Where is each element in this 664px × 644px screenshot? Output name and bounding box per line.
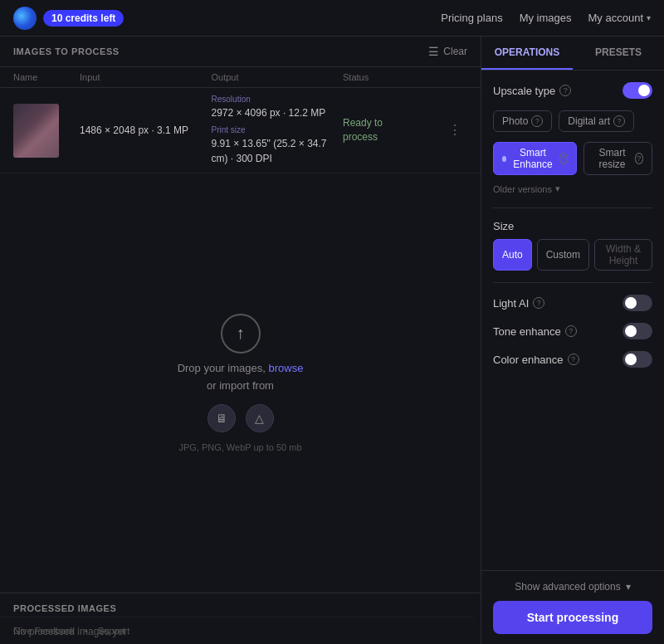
- smart-resize-button[interactable]: Smart resize ?: [583, 142, 652, 175]
- main-layout: IMAGES TO PROCESS ☰ Clear Name Input Out…: [0, 37, 664, 644]
- file-types-label: JPG, PNG, WebP up to 50 mb: [178, 442, 301, 452]
- cloud-icon: △: [255, 412, 264, 425]
- start-processing-button[interactable]: Start processing: [493, 601, 652, 634]
- status-line1: Ready to: [343, 117, 383, 129]
- smart-enhance-dot: [502, 156, 506, 162]
- upscale-type-info[interactable]: ?: [559, 85, 571, 96]
- smart-enhance-label: Smart Enhance: [510, 147, 556, 170]
- import-cloud-button[interactable]: △: [246, 404, 274, 432]
- color-enhance-row: Color enhance ?: [493, 351, 652, 368]
- show-advanced-button[interactable]: Show advanced options ▾: [493, 581, 652, 593]
- credits-badge: 10 credits left: [43, 10, 124, 27]
- chevron-down-icon: ▾: [626, 581, 631, 593]
- tab-presets[interactable]: PRESETS: [573, 37, 664, 70]
- panel-tabs: OPERATIONS PRESETS: [481, 37, 664, 71]
- photo-label: Photo: [502, 115, 528, 127]
- processed-section-title: PROCESSED IMAGES: [13, 603, 116, 613]
- import-icons: 🖥 △: [208, 404, 274, 432]
- older-versions-button[interactable]: Older versions ▾: [493, 183, 652, 194]
- right-panel: OPERATIONS PRESETS Upscale type ? Photo …: [481, 37, 664, 644]
- auto-size-button[interactable]: Auto: [493, 239, 532, 271]
- tab-operations[interactable]: OPERATIONS: [481, 37, 573, 70]
- divider-1: [493, 207, 652, 208]
- account-label: My account: [588, 12, 643, 24]
- topnav-left: 10 credits left: [13, 7, 124, 30]
- support-link[interactable]: Support: [98, 626, 130, 636]
- col-status: Status: [343, 72, 442, 82]
- clear-icon: ☰: [428, 45, 439, 58]
- print-size-label: Print size: [212, 125, 337, 134]
- status-cell: Ready to process: [343, 116, 442, 144]
- upscale-type-row: Upscale type ?: [493, 82, 652, 99]
- my-images-link[interactable]: My images: [520, 12, 572, 24]
- input-cell: 1486 × 2048 px · 3.1 MP: [80, 123, 212, 138]
- color-enhance-info[interactable]: ?: [568, 354, 579, 365]
- tone-enhance-row: Tone enhance ?: [493, 323, 652, 339]
- light-ai-toggle[interactable]: [622, 295, 652, 311]
- clear-button[interactable]: ☰ Clear: [428, 45, 467, 58]
- footer: Give Feedback • Support: [0, 617, 473, 644]
- divider-2: [493, 282, 652, 283]
- type-buttons: Photo ? Digital art ?: [493, 110, 652, 132]
- output-resolution-label: Resolution: [212, 95, 337, 104]
- color-enhance-label-group: Color enhance ?: [493, 354, 579, 366]
- col-input: Input: [80, 72, 212, 82]
- drop-zone[interactable]: ↑ Drop your images, browse or import fro…: [0, 173, 481, 593]
- folder-icon: 🖥: [216, 412, 227, 425]
- width-height-button[interactable]: Width & Height: [594, 239, 652, 271]
- light-ai-row: Light AI ?: [493, 295, 652, 311]
- color-enhance-toggle[interactable]: [622, 351, 652, 368]
- feedback-link[interactable]: Give Feedback: [13, 626, 75, 636]
- chevron-down-icon: ▾: [555, 183, 560, 194]
- tone-enhance-label: Tone enhance: [493, 325, 561, 338]
- older-versions-label: Older versions: [493, 184, 552, 194]
- upscale-type-toggle[interactable]: [622, 82, 652, 99]
- output-cell: Resolution 2972 × 4096 px · 12.2 MP Prin…: [212, 95, 344, 166]
- account-menu[interactable]: My account ▾: [588, 12, 651, 24]
- smart-enhance-button[interactable]: Smart Enhance ?: [493, 142, 577, 175]
- pricing-link[interactable]: Pricing plans: [441, 12, 502, 24]
- enhance-buttons: Smart Enhance ? Smart resize ?: [493, 142, 652, 175]
- show-advanced-label: Show advanced options: [515, 581, 620, 593]
- tone-enhance-info[interactable]: ?: [565, 325, 577, 337]
- input-value: 1486 × 2048 px · 3.1 MP: [80, 124, 188, 136]
- footer-separator: •: [85, 626, 88, 636]
- import-text: or import from: [207, 379, 274, 392]
- images-section-header: IMAGES TO PROCESS ☰ Clear: [0, 37, 481, 67]
- light-ai-label-group: Light AI ?: [493, 297, 544, 310]
- table-row: 1486 × 2048 px · 3.1 MP Resolution 2972 …: [0, 88, 481, 173]
- digital-art-info-icon[interactable]: ?: [613, 115, 625, 127]
- smart-enhance-info[interactable]: ?: [559, 153, 568, 164]
- drop-main-text: Drop your images,: [178, 362, 269, 374]
- ops-content: Upscale type ? Photo ? Digital art ?: [481, 71, 664, 570]
- digital-art-button[interactable]: Digital art ?: [559, 110, 634, 132]
- color-enhance-label: Color enhance: [493, 354, 564, 366]
- tone-enhance-toggle[interactable]: [622, 323, 652, 339]
- smart-resize-info[interactable]: ?: [635, 153, 643, 164]
- col-name: Name: [13, 72, 80, 82]
- upscale-type-text: Upscale type: [493, 85, 555, 97]
- photo-button[interactable]: Photo ?: [493, 110, 552, 132]
- image-thumbnail: [13, 104, 59, 158]
- photo-info-icon[interactable]: ?: [531, 115, 543, 127]
- bottom-actions: Show advanced options ▾ Start processing: [481, 570, 664, 644]
- logo-icon: [13, 7, 37, 30]
- chevron-down-icon: ▾: [647, 13, 651, 22]
- import-folder-button[interactable]: 🖥: [208, 404, 236, 432]
- output-resolution-value: 2972 × 4096 px · 12.2 MP: [212, 105, 337, 120]
- images-section-title: IMAGES TO PROCESS: [13, 46, 120, 56]
- status-line2: process: [343, 131, 378, 143]
- digital-art-label: Digital art: [568, 115, 610, 127]
- topnav: 10 credits left Pricing plans My images …: [0, 0, 664, 37]
- processed-section: PROCESSED IMAGES: [0, 593, 481, 619]
- browse-link[interactable]: browse: [268, 362, 303, 374]
- table-header: Name Input Output Status: [0, 67, 481, 88]
- custom-size-button[interactable]: Custom: [537, 239, 589, 271]
- thumb-placeholder: [13, 104, 59, 158]
- upload-icon: ↑: [221, 314, 261, 354]
- light-ai-label: Light AI: [493, 297, 529, 310]
- left-panel: IMAGES TO PROCESS ☰ Clear Name Input Out…: [0, 37, 481, 644]
- more-options-button[interactable]: ⋮: [442, 124, 467, 137]
- light-ai-info[interactable]: ?: [533, 297, 544, 309]
- smart-resize-label: Smart resize: [593, 147, 631, 170]
